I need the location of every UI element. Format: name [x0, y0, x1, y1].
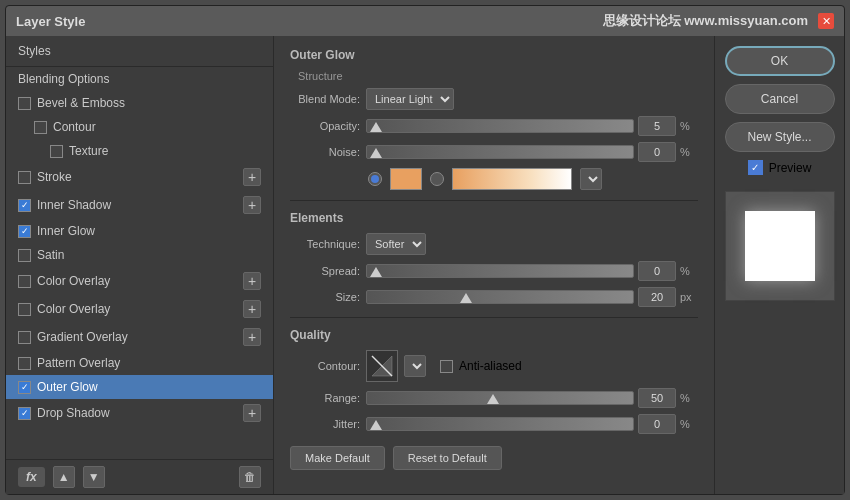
sidebar-item-texture[interactable]: Texture	[6, 139, 273, 163]
range-slider[interactable]	[366, 391, 634, 405]
ok-button[interactable]: OK	[725, 46, 835, 76]
bevel-emboss-label: Bevel & Emboss	[37, 96, 125, 110]
size-unit: px	[680, 291, 698, 303]
opacity-row: Opacity: %	[290, 116, 698, 136]
sidebar-item-gradient-overlay[interactable]: Gradient Overlay +	[6, 323, 273, 351]
spread-slider[interactable]	[366, 264, 634, 278]
anti-alias-checkbox[interactable]	[440, 360, 453, 373]
color-overlay-1-checkbox[interactable]	[18, 275, 31, 288]
move-up-button[interactable]: ▲	[53, 466, 75, 488]
satin-checkbox[interactable]	[18, 249, 31, 262]
inner-shadow-checkbox[interactable]	[18, 199, 31, 212]
delete-button[interactable]: 🗑	[239, 466, 261, 488]
blend-mode-row: Blend Mode: Linear Light	[290, 88, 698, 110]
sidebar-item-color-overlay-2[interactable]: Color Overlay +	[6, 295, 273, 323]
gradient-options-select[interactable]: ▼	[580, 168, 602, 190]
outer-glow-label: Outer Glow	[37, 380, 98, 394]
color-swatch[interactable]	[390, 168, 422, 190]
drop-shadow-checkbox[interactable]	[18, 407, 31, 420]
jitter-label: Jitter:	[290, 418, 360, 430]
color-overlay-1-plus-button[interactable]: +	[243, 272, 261, 290]
stroke-plus-button[interactable]: +	[243, 168, 261, 186]
sidebar-item-bevel-emboss[interactable]: Bevel & Emboss	[6, 91, 273, 115]
blend-mode-select[interactable]: Linear Light	[366, 88, 454, 110]
noise-slider-container: %	[366, 142, 698, 162]
spread-thumb[interactable]	[370, 267, 382, 277]
sidebar-item-contour[interactable]: Contour	[6, 115, 273, 139]
opacity-label: Opacity:	[290, 120, 360, 132]
inner-shadow-plus-button[interactable]: +	[243, 196, 261, 214]
stroke-checkbox[interactable]	[18, 171, 31, 184]
technique-row: Technique: Softer	[290, 233, 698, 255]
title-bar: Layer Style 思缘设计论坛 www.missyuan.com ✕	[6, 6, 844, 36]
noise-input[interactable]	[638, 142, 676, 162]
make-default-button[interactable]: Make Default	[290, 446, 385, 470]
size-slider[interactable]	[366, 290, 634, 304]
noise-unit: %	[680, 146, 698, 158]
jitter-input[interactable]	[638, 414, 676, 434]
color-overlay-2-plus-button[interactable]: +	[243, 300, 261, 318]
contour-checkbox[interactable]	[34, 121, 47, 134]
divider-2	[290, 317, 698, 318]
pattern-overlay-checkbox[interactable]	[18, 357, 31, 370]
contour-row: Contour: ▼ Anti-aliased	[290, 350, 698, 382]
sidebar-item-blending-options[interactable]: Blending Options	[6, 67, 273, 91]
gradient-overlay-checkbox[interactable]	[18, 331, 31, 344]
gradient-color-radio[interactable]	[430, 172, 444, 186]
bevel-emboss-checkbox[interactable]	[18, 97, 31, 110]
technique-select[interactable]: Softer	[366, 233, 426, 255]
new-style-button[interactable]: New Style...	[725, 122, 835, 152]
jitter-thumb[interactable]	[370, 420, 382, 430]
sidebar-item-outer-glow[interactable]: Outer Glow	[6, 375, 273, 399]
sidebar-item-inner-glow[interactable]: Inner Glow	[6, 219, 273, 243]
layer-list: Blending Options Bevel & Emboss Contour	[6, 67, 273, 459]
gradient-overlay-plus-button[interactable]: +	[243, 328, 261, 346]
color-overlay-2-checkbox[interactable]	[18, 303, 31, 316]
technique-label: Technique:	[290, 238, 360, 250]
layer-style-dialog: Layer Style 思缘设计论坛 www.missyuan.com ✕ St…	[5, 5, 845, 495]
noise-slider[interactable]	[366, 145, 634, 159]
anti-alias-label: Anti-aliased	[459, 359, 522, 373]
size-input[interactable]	[638, 287, 676, 307]
contour-preview[interactable]	[366, 350, 398, 382]
size-thumb[interactable]	[460, 293, 472, 303]
range-input[interactable]	[638, 388, 676, 408]
cancel-button[interactable]: Cancel	[725, 84, 835, 114]
move-down-button[interactable]: ▼	[83, 466, 105, 488]
inner-glow-checkbox[interactable]	[18, 225, 31, 238]
anti-alias-row: Anti-aliased	[440, 359, 522, 373]
sidebar-item-pattern-overlay[interactable]: Pattern Overlay	[6, 351, 273, 375]
solid-color-radio[interactable]	[368, 172, 382, 186]
drop-shadow-plus-button[interactable]: +	[243, 404, 261, 422]
spread-input[interactable]	[638, 261, 676, 281]
preview-checkbox[interactable]	[748, 160, 763, 175]
styles-header: Styles	[6, 36, 273, 67]
sidebar-item-color-overlay-1[interactable]: Color Overlay +	[6, 267, 273, 295]
blend-mode-label: Blend Mode:	[290, 93, 360, 105]
sidebar-item-satin[interactable]: Satin	[6, 243, 273, 267]
fx-button[interactable]: fx	[18, 467, 45, 487]
texture-checkbox[interactable]	[50, 145, 63, 158]
close-button[interactable]: ✕	[818, 13, 834, 29]
spread-unit: %	[680, 265, 698, 277]
drop-shadow-label: Drop Shadow	[37, 406, 110, 420]
sidebar-item-stroke[interactable]: Stroke +	[6, 163, 273, 191]
spread-label: Spread:	[290, 265, 360, 277]
opacity-input[interactable]	[638, 116, 676, 136]
jitter-slider-container: %	[366, 414, 698, 434]
noise-label: Noise:	[290, 146, 360, 158]
contour-label: Contour:	[290, 360, 360, 372]
gradient-swatch[interactable]	[452, 168, 572, 190]
noise-thumb[interactable]	[370, 148, 382, 158]
range-thumb[interactable]	[487, 394, 499, 404]
opacity-slider[interactable]	[366, 119, 634, 133]
jitter-unit: %	[680, 418, 698, 430]
outer-glow-checkbox[interactable]	[18, 381, 31, 394]
jitter-slider[interactable]	[366, 417, 634, 431]
opacity-thumb[interactable]	[370, 122, 382, 132]
contour-options-select[interactable]: ▼	[404, 355, 426, 377]
action-buttons: Make Default Reset to Default	[290, 446, 698, 470]
sidebar-item-drop-shadow[interactable]: Drop Shadow +	[6, 399, 273, 427]
sidebar-item-inner-shadow[interactable]: Inner Shadow +	[6, 191, 273, 219]
reset-to-default-button[interactable]: Reset to Default	[393, 446, 502, 470]
